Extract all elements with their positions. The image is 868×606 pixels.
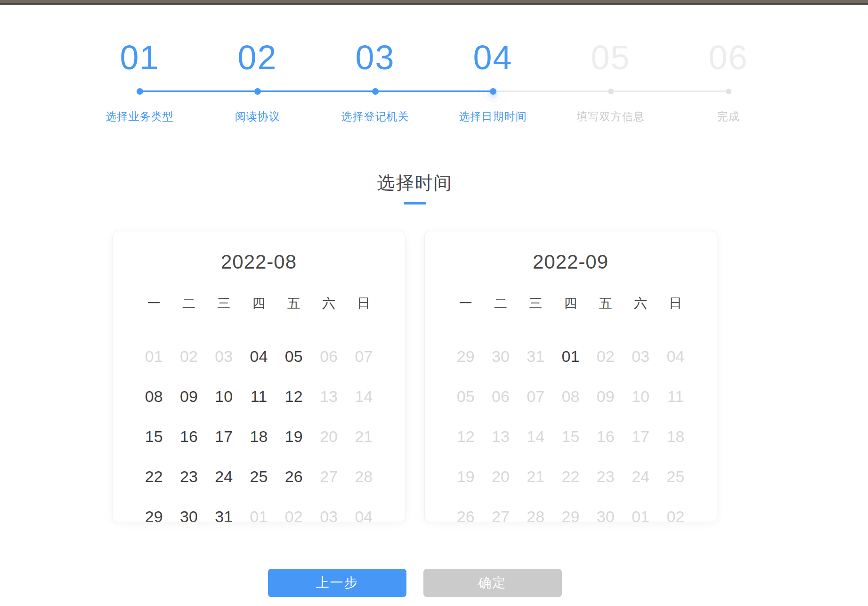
day-cell[interactable]: 19 — [276, 428, 311, 444]
day-cell: 14 — [346, 388, 381, 404]
day-cell: 21 — [518, 468, 553, 484]
day-cell: 02 — [588, 348, 623, 364]
day-cell[interactable]: 17 — [206, 428, 241, 444]
top-bar — [0, 0, 868, 5]
weekday-label: 五 — [276, 295, 311, 312]
day-cell: 07 — [518, 388, 553, 404]
day-cell: 14 — [518, 428, 553, 444]
day-cell: 21 — [346, 428, 381, 444]
step-02: 02阅读协议 — [199, 41, 316, 124]
weekday-label: 一 — [137, 295, 171, 312]
calendar-month-title: 2022-08 — [113, 252, 405, 272]
day-cell[interactable]: 30 — [171, 508, 206, 523]
page-title: 选择时间 — [112, 171, 717, 195]
step-dot-area — [670, 80, 787, 103]
day-cell: 25 — [658, 468, 693, 484]
weekday-label: 日 — [658, 295, 693, 312]
day-cell: 28 — [346, 468, 381, 484]
day-cell: 09 — [588, 388, 623, 404]
day-cell: 13 — [311, 388, 346, 404]
day-cell: 18 — [658, 428, 693, 444]
day-cell: 01 — [623, 508, 658, 523]
step-05: 05填写双方信息 — [552, 41, 670, 124]
calendars: 2022-08一二三四五六日01020304050607080910111213… — [112, 231, 717, 522]
day-cell: 06 — [483, 388, 518, 404]
day-cell: 05 — [448, 388, 483, 404]
day-cell: 30 — [588, 508, 623, 523]
day-cell[interactable]: 22 — [137, 468, 171, 484]
day-cell: 01 — [241, 508, 276, 523]
weekday-label: 三 — [518, 295, 553, 312]
step-dot-icon — [608, 89, 614, 94]
confirm-button[interactable]: 确定 — [423, 569, 562, 597]
step-label: 选择登记机关 — [341, 109, 409, 124]
step-label: 填写双方信息 — [577, 109, 645, 124]
day-cell[interactable]: 18 — [241, 428, 276, 444]
day-cell: 30 — [483, 348, 518, 364]
day-cell: 10 — [623, 388, 658, 404]
day-cell: 27 — [311, 468, 346, 484]
stepper-steps: 01选择业务类型02阅读协议03选择登记机关04选择日期时间05填写双方信息06… — [81, 41, 787, 124]
weekday-label: 六 — [623, 295, 658, 312]
day-cell: 28 — [518, 508, 553, 523]
day-cell: 02 — [658, 508, 693, 523]
weekday-label: 日 — [346, 295, 381, 312]
day-cell[interactable]: 24 — [206, 468, 241, 484]
day-cell[interactable]: 15 — [137, 428, 171, 444]
day-cell[interactable]: 23 — [171, 468, 206, 484]
calendar-card-2022-08: 2022-08一二三四五六日01020304050607080910111213… — [113, 231, 406, 522]
day-cell[interactable]: 09 — [171, 388, 206, 404]
day-cell: 23 — [588, 468, 623, 484]
step-01: 01选择业务类型 — [81, 41, 199, 124]
day-cell: 22 — [553, 468, 588, 484]
day-cell: 03 — [206, 348, 241, 364]
calendar-month-title: 2022-09 — [425, 252, 717, 272]
day-cell[interactable]: 08 — [137, 388, 171, 404]
day-cell[interactable]: 26 — [276, 468, 311, 484]
title-underline — [404, 202, 426, 205]
step-number: 05 — [591, 41, 630, 74]
calendar-card-2022-09: 2022-09一二三四五六日29303101020304050607080910… — [424, 231, 717, 522]
day-cell[interactable]: 16 — [171, 428, 206, 444]
wizard-stepper: 01选择业务类型02阅读协议03选择登记机关04选择日期时间05填写双方信息06… — [81, 41, 787, 124]
day-cell[interactable]: 31 — [206, 508, 241, 523]
section-title-block: 选择时间 — [112, 171, 717, 205]
day-cell: 06 — [311, 348, 346, 364]
day-cell: 20 — [483, 468, 518, 484]
step-03: 03选择登记机关 — [316, 41, 434, 124]
step-dot-area — [199, 80, 316, 103]
weekday-label: 五 — [588, 295, 623, 312]
day-cell: 16 — [588, 428, 623, 444]
day-cell[interactable]: 04 — [241, 348, 276, 364]
step-06: 06完成 — [670, 41, 787, 124]
day-cell[interactable]: 25 — [241, 468, 276, 484]
day-cell: 17 — [623, 428, 658, 444]
day-cell[interactable]: 29 — [137, 508, 171, 523]
day-cell: 07 — [346, 348, 381, 364]
step-label: 选择日期时间 — [459, 109, 527, 124]
step-label: 选择业务类型 — [106, 109, 174, 124]
weekday-label: 二 — [483, 295, 518, 312]
step-dot-icon — [254, 88, 261, 95]
day-cell[interactable]: 12 — [276, 388, 311, 404]
footer-actions: 上一步 确定 — [112, 569, 717, 597]
day-cell: 13 — [483, 428, 518, 444]
step-number: 06 — [708, 41, 748, 74]
day-cell[interactable]: 11 — [241, 388, 276, 404]
step-dot-icon — [726, 89, 731, 94]
day-cell: 11 — [658, 388, 693, 404]
step-number: 03 — [355, 41, 395, 74]
day-cell[interactable]: 05 — [276, 348, 311, 364]
day-grid: 0102030405060708091011121314151617181920… — [113, 336, 405, 522]
day-cell: 26 — [448, 508, 483, 523]
day-cell[interactable]: 10 — [206, 388, 241, 404]
weekday-label: 三 — [206, 295, 241, 312]
step-dot-icon — [490, 88, 496, 95]
step-number: 01 — [120, 41, 159, 74]
day-cell: 24 — [623, 468, 658, 484]
day-cell[interactable]: 01 — [553, 348, 588, 364]
day-cell: 12 — [448, 428, 483, 444]
prev-step-button[interactable]: 上一步 — [268, 569, 406, 597]
day-cell: 04 — [658, 348, 693, 364]
step-dot-area — [552, 80, 670, 103]
